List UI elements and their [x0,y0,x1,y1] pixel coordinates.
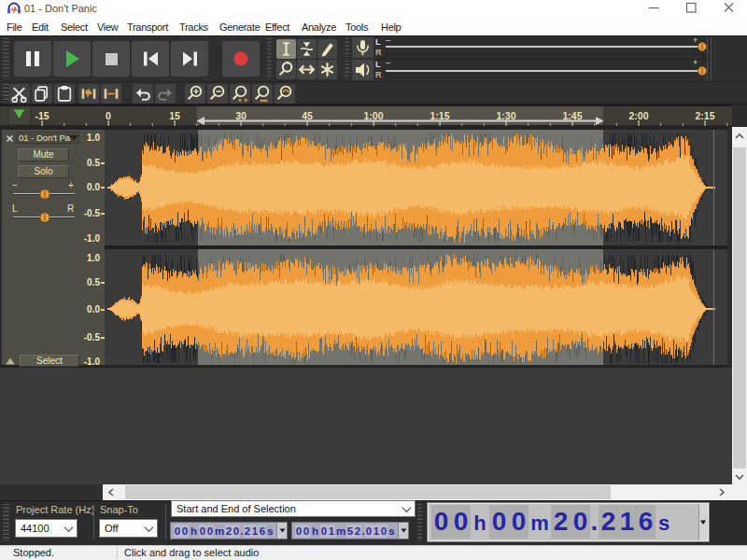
svg-text:0: 0 [106,110,111,121]
svg-text:45: 45 [302,110,313,121]
svg-text:1:00: 1:00 [363,110,383,121]
svg-text:1:30: 1:30 [496,110,515,121]
svg-text:2:15: 2:15 [695,110,714,121]
svg-text:1:45: 1:45 [562,110,582,121]
svg-text:30: 30 [235,110,247,121]
svg-text:15: 15 [169,110,180,121]
svg-text:-15: -15 [35,110,49,121]
svg-text:2:00: 2:00 [628,110,648,121]
svg-text:1:15: 1:15 [430,110,449,121]
